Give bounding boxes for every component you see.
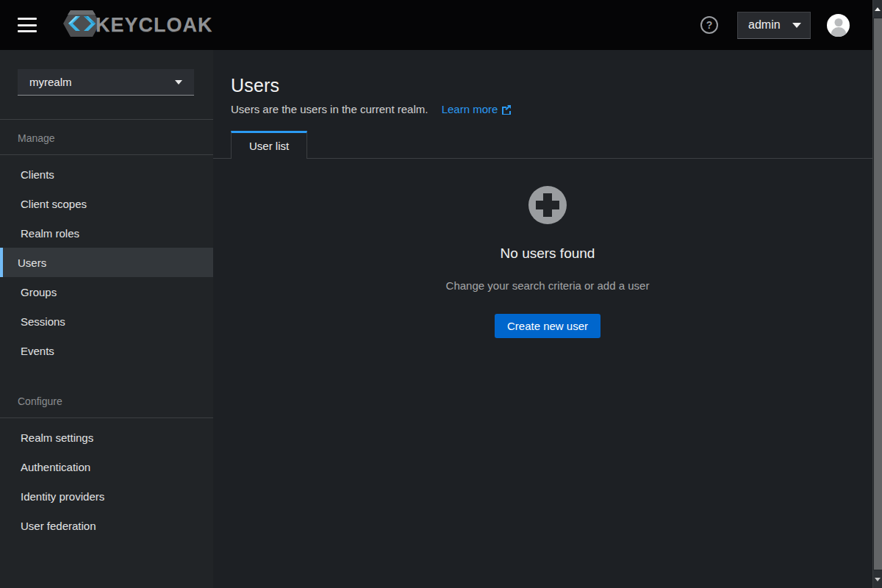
arrow-down-icon bbox=[875, 578, 881, 581]
sidebar-item-groups[interactable]: Groups bbox=[0, 277, 213, 306]
nav-manage: Clients Client scopes Realm roles Users … bbox=[0, 155, 213, 365]
chevron-down-icon bbox=[175, 80, 182, 85]
scroll-down-button[interactable] bbox=[873, 570, 882, 588]
realm-selector-dropdown[interactable]: myrealm bbox=[18, 69, 194, 96]
avatar-head-icon bbox=[834, 18, 842, 26]
top-bar: KEYCLOAK ? admin bbox=[0, 0, 882, 50]
user-avatar[interactable] bbox=[827, 14, 850, 37]
help-question-mark: ? bbox=[706, 19, 713, 31]
page-header: Users Users are the users in the current… bbox=[213, 50, 882, 115]
sidebar-item-clients[interactable]: Clients bbox=[0, 159, 213, 189]
sidebar-item-realm-roles[interactable]: Realm roles bbox=[0, 218, 213, 248]
tab-user-list[interactable]: User list bbox=[231, 131, 307, 159]
scroll-up-button[interactable] bbox=[873, 0, 882, 18]
chevron-down-icon bbox=[792, 23, 801, 28]
empty-state: No users found Change your search criter… bbox=[213, 159, 882, 338]
keycloak-admin-console: KEYCLOAK ? admin myrealm Manage Clients bbox=[0, 0, 882, 588]
user-menu-label: admin bbox=[748, 18, 781, 32]
user-menu-dropdown[interactable]: admin bbox=[737, 12, 811, 39]
empty-state-title: No users found bbox=[501, 245, 595, 262]
help-icon[interactable]: ? bbox=[700, 16, 718, 34]
subtitle-text: Users are the users in the current realm… bbox=[231, 103, 428, 115]
tab-user-list-label: User list bbox=[249, 140, 289, 152]
sidebar-item-authentication[interactable]: Authentication bbox=[0, 452, 213, 481]
sidebar-item-client-scopes[interactable]: Client scopes bbox=[0, 189, 213, 218]
plus-circle-icon bbox=[528, 185, 567, 225]
vertical-scrollbar[interactable] bbox=[872, 0, 882, 588]
keycloak-logo: KEYCLOAK bbox=[57, 6, 213, 44]
create-new-user-button[interactable]: Create new user bbox=[495, 314, 600, 338]
external-link-icon bbox=[501, 104, 512, 115]
brand-wordmark: KEYCLOAK bbox=[96, 14, 213, 37]
tab-bar: User list bbox=[213, 131, 882, 159]
arrow-up-icon bbox=[875, 7, 881, 11]
page-subtitle: Users are the users in the current realm… bbox=[231, 103, 864, 115]
app-body: myrealm Manage Clients Client scopes Rea… bbox=[0, 50, 882, 588]
scrollbar-thumb[interactable] bbox=[874, 18, 882, 570]
learn-more-label: Learn more bbox=[442, 103, 498, 115]
sidebar-item-events[interactable]: Events bbox=[0, 336, 213, 365]
sidebar: myrealm Manage Clients Client scopes Rea… bbox=[0, 50, 213, 588]
empty-state-description: Change your search criteria or add a use… bbox=[446, 279, 650, 292]
section-label-manage: Manage bbox=[0, 120, 213, 155]
nav-configure: Realm settings Authentication Identity p… bbox=[0, 418, 213, 540]
sidebar-item-realm-settings[interactable]: Realm settings bbox=[0, 423, 213, 452]
hamburger-menu-icon[interactable] bbox=[18, 18, 37, 32]
sidebar-item-users[interactable]: Users bbox=[0, 248, 213, 277]
sidebar-item-identity-providers[interactable]: Identity providers bbox=[0, 481, 213, 511]
avatar-body-icon bbox=[831, 27, 846, 37]
page-title: Users bbox=[231, 75, 864, 96]
sidebar-item-user-federation[interactable]: User federation bbox=[0, 511, 213, 540]
section-label-configure: Configure bbox=[0, 383, 213, 418]
main-content: Users Users are the users in the current… bbox=[213, 50, 882, 588]
realm-selector-value: myrealm bbox=[29, 76, 72, 88]
sidebar-item-sessions[interactable]: Sessions bbox=[0, 306, 213, 336]
learn-more-link[interactable]: Learn more bbox=[442, 103, 512, 115]
